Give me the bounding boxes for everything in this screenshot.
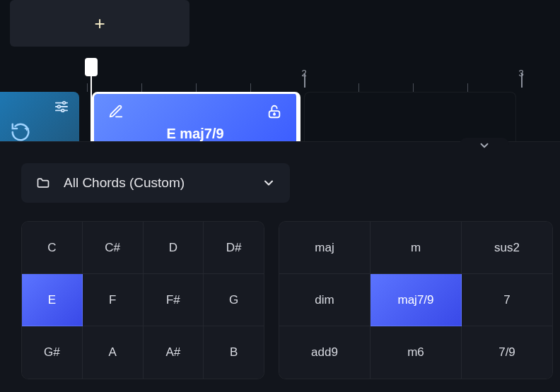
chord-type-cell[interactable]: m [371,222,462,274]
chord-clip-label: E maj7/9 [94,126,296,142]
root-note-cell[interactable]: B [204,326,264,379]
folder-icon [35,176,51,190]
chord-library-select[interactable]: All Chords (Custom) [21,163,290,203]
root-note-grid: CC#DD#EFF#GG#AA#B [21,221,264,379]
ruler-tick [304,73,305,88]
chevron-down-icon [262,176,276,190]
timeline-ruler[interactable]: 23 [0,58,560,92]
ruler-subtick [358,83,359,92]
ruler-subtick [141,83,142,92]
chord-type-cell[interactable]: maj [279,222,371,274]
root-note-cell[interactable]: F [83,274,144,326]
root-note-cell[interactable]: G [204,274,264,326]
chevron-down-icon [478,139,491,152]
sliders-icon[interactable] [54,100,69,113]
chord-type-grid: majmsus2dimmaj7/97add9m67/9 [279,221,553,379]
chord-clip[interactable]: E maj7/9 [92,92,301,148]
regenerate-icon[interactable] [10,121,31,143]
chord-type-cell[interactable]: maj7/9 [371,274,462,326]
root-note-cell[interactable]: F# [144,274,204,326]
ruler-subtick [196,83,197,92]
unlock-icon[interactable] [267,104,282,119]
ruler-subtick [87,83,88,92]
root-note-cell[interactable]: E [22,274,83,326]
chord-type-cell[interactable]: sus2 [462,222,552,274]
root-note-cell[interactable]: G# [22,326,83,379]
root-note-cell[interactable]: A# [144,326,204,379]
ruler-tick [521,73,523,88]
plus-icon: + [94,13,105,35]
chord-type-cell[interactable]: add9 [279,326,371,379]
chord-type-cell[interactable]: 7/9 [462,326,552,379]
svg-point-1 [63,102,66,105]
chord-type-cell[interactable]: 7 [462,274,552,326]
chord-editor-panel: All Chords (Custom) CC#DD#EFF#GG#AA#B ma… [0,141,560,392]
playhead[interactable] [85,58,98,76]
root-note-cell[interactable]: C [22,222,83,274]
track-header[interactable] [0,92,79,148]
add-track-button[interactable]: + [10,0,189,47]
root-note-cell[interactable]: D# [204,222,264,274]
ruler-subtick [413,83,414,92]
chord-library-label: All Chords (Custom) [64,175,262,191]
playhead-handle[interactable] [85,58,98,76]
root-note-cell[interactable]: A [83,326,144,379]
ruler-subtick [250,83,251,92]
edit-icon[interactable] [108,104,124,119]
chord-type-cell[interactable]: m6 [371,326,462,379]
chord-type-cell[interactable]: dim [279,274,371,326]
root-note-cell[interactable]: C# [83,222,144,274]
ruler-subtick [467,83,468,92]
panel-collapse-button[interactable] [460,138,509,153]
root-note-cell[interactable]: D [144,222,204,274]
svg-point-5 [62,109,64,112]
svg-point-3 [58,105,61,108]
